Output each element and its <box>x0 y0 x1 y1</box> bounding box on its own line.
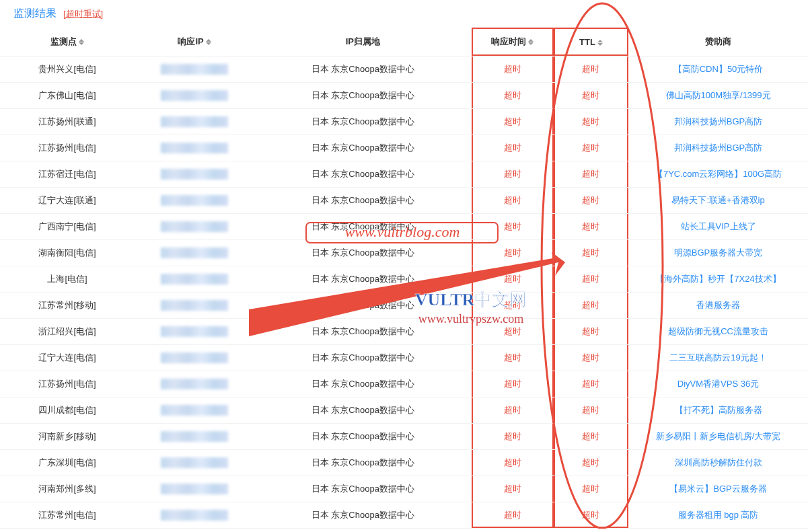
col-header-ttl-label: TTL <box>579 37 595 47</box>
cell-time: 超时 <box>472 266 554 293</box>
cell-ip <box>135 319 254 345</box>
sponsor-link[interactable]: 【7YC.com云彩网络】100G高防 <box>655 169 782 179</box>
ip-blurred <box>161 326 228 337</box>
sponsor-link[interactable]: 邦润科技扬州BGP高防 <box>674 143 762 153</box>
cell-point: 广东佛山[电信] <box>0 83 135 109</box>
cell-location: 日本 东京Choopa数据中心 <box>254 83 471 109</box>
cell-ttl: 超时 <box>554 266 628 293</box>
cell-ttl: 超时 <box>554 397 628 424</box>
cell-ttl: 超时 <box>554 476 628 502</box>
cell-ttl: 超时 <box>554 161 628 188</box>
col-header-point[interactable]: 监测点 <box>0 28 135 56</box>
ip-blurred <box>161 379 228 389</box>
cell-ip <box>135 345 254 371</box>
sponsor-link[interactable]: DiyVM香港VPS 36元 <box>677 379 759 389</box>
cell-time: 超时 <box>472 397 554 424</box>
cell-ip <box>135 450 254 476</box>
table-row: 湖南衡阳[电信] 日本 东京Choopa数据中心 超时 超时 明源BGP服务器大… <box>0 240 808 266</box>
sponsor-link[interactable]: 超级防御无视CC流量攻击 <box>668 326 768 336</box>
cell-location: 日本 东京Choopa数据中心 <box>254 135 471 161</box>
cell-ip <box>135 161 254 188</box>
ip-blurred <box>161 195 228 206</box>
cell-ttl: 超时 <box>554 293 628 319</box>
col-header-point-label: 监测点 <box>50 36 77 46</box>
col-header-ttl[interactable]: TTL <box>554 28 628 56</box>
cell-time: 超时 <box>472 476 554 502</box>
ip-blurred <box>161 431 228 442</box>
table-row: 广东佛山[电信] 日本 东京Choopa数据中心 超时 超时 佛山高防100M独… <box>0 83 808 109</box>
cell-time: 超时 <box>472 345 554 371</box>
cell-point: 辽宁大连[联通] <box>0 188 135 214</box>
cell-ip <box>135 502 254 529</box>
cell-ttl: 超时 <box>554 371 628 397</box>
ip-blurred <box>161 457 228 468</box>
sponsor-link[interactable]: 站长工具VIP上线了 <box>681 221 756 231</box>
col-header-ip[interactable]: 响应IP <box>135 28 254 56</box>
cell-sponsor: 二三互联高防云19元起！ <box>628 345 808 371</box>
ip-blurred <box>161 221 228 232</box>
cell-ttl: 超时 <box>554 188 628 214</box>
cell-ip <box>135 424 254 450</box>
cell-ip <box>135 240 254 266</box>
cell-location: 日本 东京Choopa数据中心 <box>254 397 471 424</box>
table-row: 辽宁大连[联通] 日本 东京Choopa数据中心 超时 超时 易特天下:联通+香… <box>0 188 808 214</box>
cell-sponsor: 佛山高防100M独享/1399元 <box>628 83 808 109</box>
sponsor-link[interactable]: 服务器租用 bgp 高防 <box>678 510 759 520</box>
sponsor-link[interactable]: 新乡易阳丨新乡电信机房/大带宽 <box>656 431 781 441</box>
col-header-time-label: 响应时间 <box>491 36 526 46</box>
sort-icon <box>597 40 603 46</box>
cell-point: 湖南衡阳[电信] <box>0 240 135 266</box>
header: 监测结果 [超时重试] <box>0 0 808 28</box>
cell-sponsor: 邦润科技扬州BGP高防 <box>628 135 808 161</box>
cell-sponsor: 【打不死】高防服务器 <box>628 397 808 424</box>
cell-time: 超时 <box>472 293 554 319</box>
cell-ip <box>135 109 254 135</box>
sort-icon <box>206 39 211 45</box>
cell-time: 超时 <box>472 450 554 476</box>
cell-ip <box>135 293 254 319</box>
retry-link[interactable]: [超时重试] <box>63 8 103 20</box>
cell-time: 超时 <box>472 188 554 214</box>
cell-point: 河南郑州[多线] <box>0 476 135 502</box>
sponsor-link[interactable]: 【高防CDN】50元特价 <box>673 64 764 74</box>
sponsor-link[interactable]: 【打不死】高防服务器 <box>675 405 762 415</box>
cell-location: 日本 东京Choopa数据中心 <box>254 214 471 240</box>
cell-location: 日本 东京Choopa数据中心 <box>254 502 471 529</box>
cell-ttl: 超时 <box>554 56 628 83</box>
cell-location: 日本 东京Choopa数据中心 <box>254 345 471 371</box>
sponsor-link[interactable]: 佛山高防100M独享/1399元 <box>666 90 771 100</box>
sponsor-link[interactable]: 易特天下:联通+香港双ip <box>671 195 764 205</box>
cell-ttl: 超时 <box>554 502 628 529</box>
cell-ip <box>135 371 254 397</box>
cell-point: 上海[电信] <box>0 266 135 293</box>
cell-point: 江苏扬州[联通] <box>0 109 135 135</box>
sponsor-link[interactable]: 香港服务器 <box>696 300 740 310</box>
col-header-ip-label: 响应IP <box>178 36 203 46</box>
table-row: 辽宁大连[电信] 日本 东京Choopa数据中心 超时 超时 二三互联高防云19… <box>0 345 808 371</box>
cell-location: 日本 东京Choopa数据中心 <box>254 188 471 214</box>
sponsor-link[interactable]: 【易米云】BGP云服务器 <box>669 484 766 494</box>
cell-point: 辽宁大连[电信] <box>0 345 135 371</box>
cell-ttl: 超时 <box>554 240 628 266</box>
cell-location: 日本 东京Choopa数据中心 <box>254 266 471 293</box>
sponsor-link[interactable]: 邦润科技扬州BGP高防 <box>674 116 762 126</box>
cell-point: 广东深圳[电信] <box>0 450 135 476</box>
cell-sponsor: 易特天下:联通+香港双ip <box>628 188 808 214</box>
cell-location: 日本 东京Choopa数据中心 <box>254 371 471 397</box>
sponsor-link[interactable]: 明源BGP服务器大带宽 <box>674 248 762 258</box>
cell-ip <box>135 83 254 109</box>
cell-point: 江苏扬州[电信] <box>0 371 135 397</box>
table-row: 江苏扬州[电信] 日本 东京Choopa数据中心 超时 超时 DiyVM香港VP… <box>0 371 808 397</box>
sponsor-link[interactable]: 二三互联高防云19元起！ <box>669 352 766 363</box>
sponsor-link[interactable]: 【海外高防】秒开【7X24技术】 <box>655 274 780 284</box>
cell-sponsor: 邦润科技扬州BGP高防 <box>628 109 808 135</box>
cell-ip <box>135 56 254 83</box>
cell-point: 河南新乡[移动] <box>0 424 135 450</box>
cell-location: 日本 东京Choopa数据中心 <box>254 319 471 345</box>
sort-icon <box>528 39 534 45</box>
cell-time: 超时 <box>472 371 554 397</box>
cell-ip <box>135 135 254 161</box>
col-header-time[interactable]: 响应时间 <box>472 28 554 56</box>
sponsor-link[interactable]: 深圳高防秒解防住付款 <box>675 457 762 467</box>
ip-blurred <box>161 484 228 494</box>
